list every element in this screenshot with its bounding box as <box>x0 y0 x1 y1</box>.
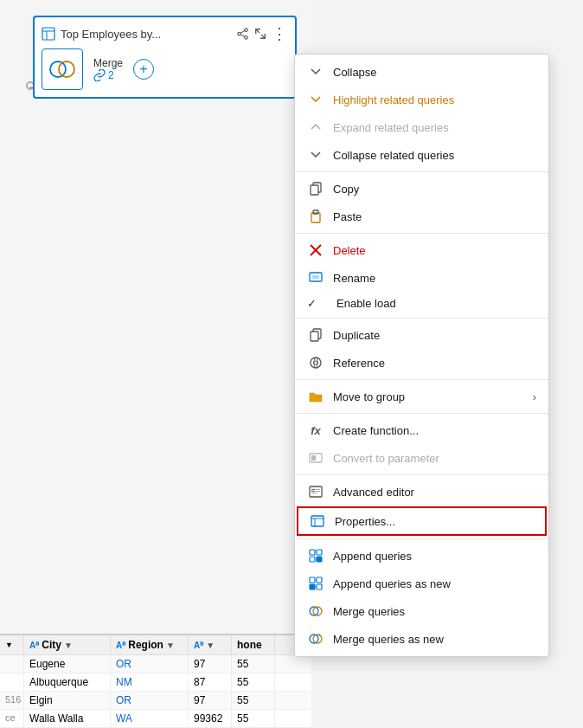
svg-rect-32 <box>311 516 324 526</box>
submenu-arrow: › <box>533 390 536 403</box>
region-filter-btn[interactable]: ▼ <box>166 641 175 650</box>
menu-item-rename[interactable]: Rename <box>295 264 548 292</box>
delete-icon <box>307 242 324 259</box>
city-type-icon: Aᴮ <box>29 641 39 650</box>
td-phone: 55 <box>232 673 275 691</box>
advanced-editor-label: Advanced editor <box>333 486 536 499</box>
menu-item-convert-param: Convert to parameter <box>295 444 548 472</box>
separator-6 <box>295 474 548 475</box>
link-icon <box>93 69 106 81</box>
merge-queries-new-icon: + <box>307 630 324 647</box>
menu-item-reference[interactable]: Reference <box>295 349 548 377</box>
convert-param-label: Convert to parameter <box>333 452 536 465</box>
menu-item-move-to-group[interactable]: Move to group › <box>295 383 548 410</box>
svg-line-7 <box>240 35 244 37</box>
enable-load-check: ✓ <box>307 297 324 310</box>
expand-related-icon <box>307 119 324 136</box>
link-count-value: 2 <box>108 69 114 81</box>
editor-icon <box>307 483 324 500</box>
svg-text:+: + <box>318 632 322 637</box>
td-region: OR <box>111 692 189 709</box>
th-cell-phone[interactable]: hone <box>232 635 275 654</box>
copy-icon <box>307 180 324 197</box>
separator-7 <box>295 538 548 539</box>
table-row: Eugene OR 97 55 <box>0 655 311 673</box>
query-card-actions[interactable]: ⋮ <box>237 24 288 43</box>
more-options-button[interactable]: ⋮ <box>272 24 288 43</box>
merge-queries-label: Merge queries <box>333 605 536 618</box>
td-city: Eugene <box>24 655 111 673</box>
collapse-related-label: Collapse related queries <box>333 149 536 162</box>
separator-4 <box>295 379 548 380</box>
svg-rect-0 <box>42 28 54 40</box>
menu-item-enable-load[interactable]: ✓ Enable load <box>295 292 548 315</box>
td-phone: 55 <box>232 655 275 673</box>
td-phone: 55 <box>232 710 275 727</box>
svg-point-11 <box>59 61 74 77</box>
menu-item-append-queries[interactable]: Append queries <box>295 542 548 570</box>
folder-icon <box>307 388 324 405</box>
menu-item-highlight-related[interactable]: Highlight related queries <box>295 86 548 113</box>
table-row: 516 M... Elgin OR 97 55 <box>0 692 311 710</box>
city-header-label: City <box>42 639 61 651</box>
param-icon <box>307 449 324 467</box>
menu-item-merge-queries-new[interactable]: + Merge queries as new <box>295 625 548 653</box>
rename-label: Rename <box>333 272 536 285</box>
svg-rect-21 <box>311 332 318 341</box>
th-cell-dropdown1[interactable]: ▼ <box>0 635 24 654</box>
svg-point-22 <box>311 358 321 368</box>
th-cell-region[interactable]: Aᴮ Region ▼ <box>111 635 189 654</box>
menu-item-merge-queries[interactable]: Merge queries <box>295 597 548 625</box>
table-header-row: ▼ Aᴮ City ▼ Aᴮ Region ▼ Aᴮ ▼ hone <box>0 635 311 655</box>
highlight-related-label: Highlight related queries <box>333 93 536 106</box>
expand-icon[interactable] <box>254 28 266 40</box>
table-icon <box>42 27 55 41</box>
td-indent <box>0 673 24 691</box>
extra-type-icon: Aᴮ <box>194 641 203 650</box>
td-phone: 55 <box>232 692 275 709</box>
svg-rect-29 <box>316 489 320 490</box>
th-cell-extra[interactable]: Aᴮ ▼ <box>189 635 232 654</box>
table-row: ce Walla Walla WA 99362 55 <box>0 710 311 728</box>
highlight-icon <box>307 91 324 108</box>
menu-item-duplicate[interactable]: Duplicate <box>295 321 548 349</box>
properties-label: Properties... <box>335 515 535 528</box>
rename-icon <box>307 269 324 287</box>
td-zip: 99362 <box>189 710 232 727</box>
duplicate-icon <box>307 326 324 344</box>
svg-rect-37 <box>310 557 315 562</box>
svg-line-6 <box>240 31 244 34</box>
separator-5 <box>295 413 548 414</box>
menu-item-paste[interactable]: Paste <box>295 203 548 230</box>
td-prefix: ce <box>0 710 24 727</box>
menu-item-collapse-related[interactable]: Collapse related queries <box>295 141 548 169</box>
menu-item-copy[interactable]: Copy <box>295 175 548 203</box>
merge-venn-icon <box>48 57 76 81</box>
reference-label: Reference <box>333 357 536 370</box>
city-filter-btn[interactable]: ▼ <box>64 641 73 650</box>
svg-rect-15 <box>313 210 318 214</box>
separator-2 <box>295 233 548 234</box>
add-step-button[interactable]: + <box>133 59 154 80</box>
dropdown1-icon[interactable]: ▼ <box>5 641 13 649</box>
share-icon[interactable] <box>237 28 249 40</box>
menu-item-advanced-editor[interactable]: Advanced editor <box>295 478 548 506</box>
region-type-icon: Aᴮ <box>116 641 125 650</box>
svg-rect-30 <box>316 491 320 492</box>
menu-item-append-queries-new[interactable]: Append queries as new <box>295 570 548 597</box>
menu-item-create-function[interactable]: fx Create function... <box>295 416 548 444</box>
canvas-background <box>0 0 311 728</box>
td-prefix: 516 M... <box>0 692 24 709</box>
svg-rect-13 <box>311 185 318 195</box>
query-card-body: Merge 2 + <box>42 48 288 90</box>
delete-label: Delete <box>333 244 536 257</box>
menu-item-collapse[interactable]: Collapse <box>295 58 548 86</box>
svg-rect-19 <box>312 275 319 279</box>
append-queries-label: Append queries <box>333 550 536 563</box>
extra-filter-btn[interactable]: ▼ <box>206 641 215 650</box>
svg-rect-38 <box>317 557 322 562</box>
reference-icon <box>307 354 324 371</box>
menu-item-delete[interactable]: Delete <box>295 236 548 264</box>
menu-item-properties[interactable]: Properties... <box>297 506 547 536</box>
th-cell-city[interactable]: Aᴮ City ▼ <box>24 635 111 654</box>
